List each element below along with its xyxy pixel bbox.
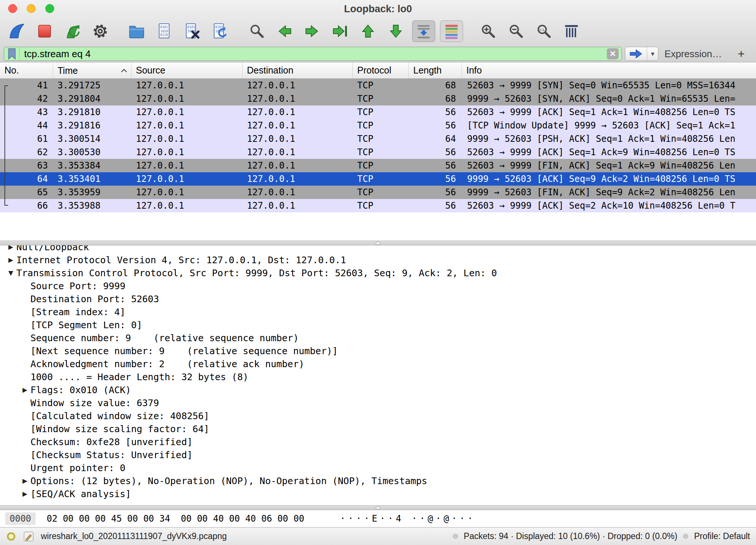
expand-collapse-arrow-icon[interactable] — [19, 319, 30, 332]
hex-dump-pane[interactable]: 0000 02 00 00 00 45 00 00 34 00 00 40 00… — [0, 510, 756, 527]
packet-row[interactable]: 61 3.300514 127.0.0.1 127.0.0.1 TCP 64 9… — [0, 132, 756, 146]
packet-time: 3.291804 — [53, 92, 131, 105]
detail-line[interactable]: [TCP Segment Len: 0] — [0, 319, 756, 332]
detail-line[interactable]: ▶ [SEQ/ACK analysis] — [0, 487, 756, 500]
hex-bytes[interactable]: 02 00 00 00 45 00 00 34 00 00 40 00 40 0… — [47, 513, 340, 524]
detail-line[interactable]: Sequence number: 9 (relative sequence nu… — [0, 332, 756, 345]
column-header-protocol[interactable]: Protocol — [353, 62, 409, 78]
reload-file-button[interactable]: 01011010 — [209, 20, 232, 42]
expand-collapse-arrow-icon[interactable] — [19, 396, 30, 409]
detail-line[interactable]: ▶ Flags: 0x010 (ACK) — [0, 384, 756, 396]
hex-ascii[interactable]: ····E··4 ··@·@··· — [340, 513, 476, 524]
expand-collapse-arrow-icon[interactable]: ▶ — [19, 384, 30, 396]
packet-time: 3.353384 — [53, 159, 131, 172]
go-last-packet-button[interactable] — [384, 20, 407, 42]
navigate-button-group — [245, 20, 463, 42]
arrow-up-icon — [359, 23, 377, 40]
expand-collapse-arrow-icon[interactable] — [19, 358, 30, 371]
expand-collapse-arrow-icon[interactable] — [19, 409, 30, 422]
detail-line[interactable]: Window size value: 6379 — [0, 396, 756, 409]
column-header-time[interactable]: Time — [53, 62, 131, 78]
column-header-info[interactable]: Info — [462, 62, 756, 78]
filter-text[interactable]: tcp.stream eq 4 — [20, 48, 607, 60]
expand-collapse-arrow-icon[interactable] — [19, 461, 30, 474]
restart-capture-button[interactable] — [61, 20, 84, 42]
apply-filter-button[interactable] — [625, 47, 647, 61]
detail-splitter[interactable] — [0, 505, 756, 510]
filter-history-chevron[interactable]: ▾ — [647, 47, 658, 61]
packet-row[interactable]: 41 3.291725 127.0.0.1 127.0.0.1 TCP 68 5… — [0, 79, 756, 92]
detail-line[interactable]: Source Port: 9999 — [0, 280, 756, 293]
go-previous-button[interactable] — [273, 20, 296, 42]
expression-button[interactable]: Expression… — [664, 48, 722, 60]
expand-collapse-arrow-icon[interactable]: ▶ — [5, 245, 16, 254]
expand-collapse-arrow-icon[interactable]: ▼ — [5, 267, 16, 280]
capture-options-button[interactable] — [89, 20, 112, 42]
expand-collapse-arrow-icon[interactable] — [19, 422, 30, 435]
hex-offset: 0000 — [5, 512, 36, 525]
detail-line[interactable]: Acknowledgment number: 2 (relative ack n… — [0, 358, 756, 371]
detail-line[interactable]: ▶ Internet Protocol Version 4, Src: 127.… — [0, 254, 756, 267]
stop-capture-button[interactable] — [33, 20, 56, 42]
clear-filter-button[interactable]: ✕ — [607, 48, 619, 59]
expand-collapse-arrow-icon[interactable]: ▶ — [19, 474, 30, 487]
detail-line[interactable]: 1000 .... = Header Length: 32 bytes (8) — [0, 371, 756, 384]
zoom-normal-button[interactable]: 1:1 — [532, 20, 555, 42]
packet-row[interactable]: 64 3.353401 127.0.0.1 127.0.0.1 TCP 56 9… — [0, 172, 756, 186]
expand-collapse-arrow-icon[interactable] — [19, 345, 30, 358]
save-file-button[interactable]: 010110100110 — [153, 20, 176, 42]
column-header-destination[interactable]: Destination — [242, 62, 353, 78]
go-first-packet-button[interactable] — [356, 20, 379, 42]
packet-row[interactable]: 62 3.300530 127.0.0.1 127.0.0.1 TCP 56 5… — [0, 146, 756, 159]
detail-line[interactable]: ▼ Transmission Control Protocol, Src Por… — [0, 267, 756, 280]
expand-collapse-arrow-icon[interactable] — [19, 293, 30, 306]
auto-scroll-button[interactable] — [412, 20, 435, 42]
expand-collapse-arrow-icon[interactable] — [19, 332, 30, 345]
detail-line[interactable]: ▶ Null/Loopback — [0, 245, 756, 254]
expand-collapse-arrow-icon[interactable]: ▶ — [5, 254, 16, 267]
detail-line[interactable]: [Next sequence number: 9 (relative seque… — [0, 345, 756, 358]
display-filter-input[interactable]: tcp.stream eq 4 ✕ — [4, 47, 622, 61]
detail-line[interactable]: Urgent pointer: 0 — [0, 461, 756, 474]
packet-row[interactable]: 66 3.353988 127.0.0.1 127.0.0.1 TCP 56 5… — [0, 199, 756, 212]
detail-line[interactable]: Checksum: 0xfe28 [unverified] — [0, 435, 756, 448]
packet-time: 3.353988 — [53, 199, 131, 212]
start-capture-button[interactable] — [5, 20, 28, 42]
column-header-source[interactable]: Source — [131, 62, 242, 78]
expand-collapse-arrow-icon[interactable] — [19, 435, 30, 448]
expand-collapse-arrow-icon[interactable]: ▶ — [19, 487, 30, 500]
column-header-length[interactable]: Length — [409, 62, 462, 78]
add-filter-button[interactable]: + — [734, 47, 748, 61]
resize-columns-button[interactable] — [560, 20, 583, 42]
detail-line[interactable]: [Stream index: 4] — [0, 306, 756, 319]
profile-label[interactable]: Profile: Default — [694, 531, 750, 541]
detail-line[interactable]: [Window size scaling factor: 64] — [0, 422, 756, 435]
expand-collapse-arrow-icon[interactable] — [19, 448, 30, 461]
detail-line[interactable]: Destination Port: 52603 — [0, 293, 756, 306]
close-file-button[interactable]: 01011010 — [181, 20, 204, 42]
expand-collapse-arrow-icon[interactable] — [19, 280, 30, 293]
packet-protocol: TCP — [353, 199, 409, 212]
go-next-button[interactable] — [301, 20, 324, 42]
expand-collapse-arrow-icon[interactable] — [19, 371, 30, 384]
filter-bookmark-button[interactable] — [4, 47, 20, 61]
detail-line[interactable]: ▶ Options: (12 bytes), No-Operation (NOP… — [0, 474, 756, 487]
packet-row[interactable]: 43 3.291810 127.0.0.1 127.0.0.1 TCP 56 5… — [0, 105, 756, 119]
expand-collapse-arrow-icon[interactable] — [19, 306, 30, 319]
packet-row[interactable]: 65 3.353959 127.0.0.1 127.0.0.1 TCP 56 9… — [0, 186, 756, 199]
expert-info-icon[interactable] — [6, 531, 16, 542]
go-to-packet-button[interactable] — [329, 20, 352, 42]
find-packet-button[interactable] — [245, 20, 268, 42]
packet-list-splitter[interactable] — [0, 241, 756, 245]
packet-row[interactable]: 63 3.353384 127.0.0.1 127.0.0.1 TCP 56 5… — [0, 159, 756, 172]
column-header-no[interactable]: No. — [0, 62, 53, 78]
open-file-button[interactable] — [125, 20, 148, 42]
packet-row[interactable]: 44 3.291816 127.0.0.1 127.0.0.1 TCP 56 [… — [0, 119, 756, 132]
detail-line[interactable]: [Checksum Status: Unverified] — [0, 448, 756, 461]
detail-line[interactable]: [Calculated window size: 408256] — [0, 409, 756, 422]
zoom-in-button[interactable] — [476, 20, 499, 42]
capture-comment-pencil-icon[interactable] — [23, 531, 34, 542]
colorize-button[interactable] — [440, 20, 463, 42]
packet-row[interactable]: 42 3.291804 127.0.0.1 127.0.0.1 TCP 68 9… — [0, 92, 756, 105]
zoom-out-button[interactable] — [504, 20, 527, 42]
